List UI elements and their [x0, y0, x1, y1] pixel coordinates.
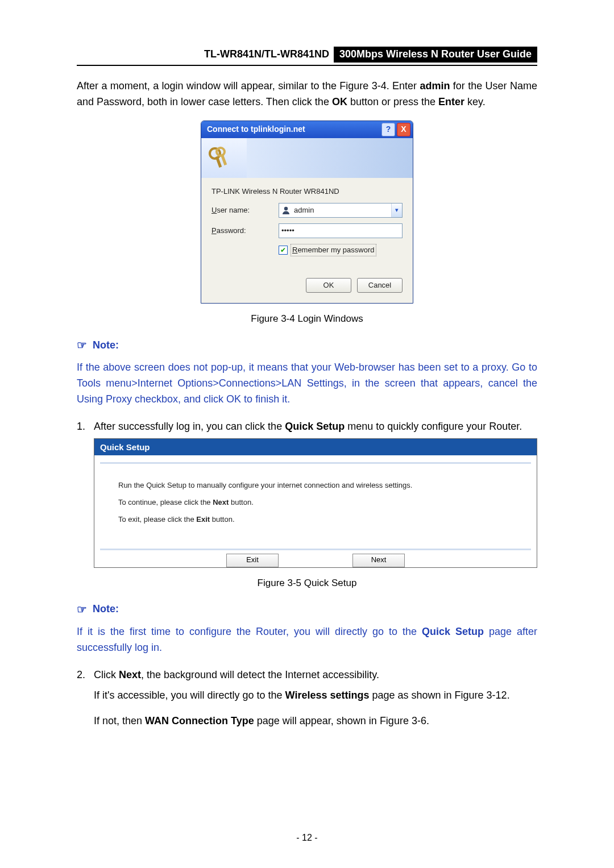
next-button[interactable]: Next: [352, 554, 405, 567]
svg-point-0: [210, 148, 220, 159]
text: Click: [94, 669, 119, 680]
help-icon: ?: [386, 123, 391, 136]
text-bold: Enter: [438, 96, 464, 107]
step-2: 2. Click Next, the background will detec…: [77, 667, 537, 683]
username-field[interactable]: admin ▾: [279, 203, 403, 218]
text-bold: Wireless settings: [285, 690, 370, 701]
text: To exit, please click the: [118, 515, 196, 524]
dropdown-button[interactable]: ▾: [391, 203, 402, 217]
text-bold: Quick Setup: [422, 626, 484, 637]
text-bold: WAN Connection Type: [145, 715, 254, 726]
button-label: Exit: [246, 554, 259, 566]
password-label: Password:: [211, 225, 279, 236]
doc-header: TL-WR841N/TL-WR841ND 300Mbps Wireless N …: [77, 45, 537, 66]
text-bold: OK: [332, 96, 347, 107]
exit-button[interactable]: Exit: [226, 554, 279, 567]
page-number: - 12 -: [0, 831, 614, 845]
keys-icon: [207, 146, 230, 170]
password-field[interactable]: •••••: [279, 223, 403, 238]
username-label: User name:: [211, 205, 279, 216]
text: If it's accessible, you will directly go…: [94, 690, 285, 701]
svg-rect-1: [215, 156, 222, 168]
password-value: •••••: [281, 225, 294, 236]
note-label: Note:: [93, 338, 119, 354]
text-bold: Next: [119, 669, 141, 680]
list-number: 1.: [77, 419, 94, 568]
text: page as shown in Figure 3-12.: [369, 690, 509, 701]
username-value: admin: [294, 205, 314, 216]
login-dialog: Connect to tplinklogin.net ? X TP-LINK W…: [201, 121, 413, 304]
dialog-banner: [201, 138, 413, 178]
intro-paragraph: After a moment, a login window will appe…: [77, 78, 537, 110]
dialog-titlebar: Connect to tplinklogin.net ? X: [201, 121, 413, 138]
list-number: 2.: [77, 667, 94, 683]
help-button[interactable]: ?: [381, 123, 395, 136]
step-2-p3: If not, then WAN Connection Type page wi…: [94, 713, 537, 729]
doc-title: 300Mbps Wireless N Router User Guide: [334, 47, 537, 63]
device-label: TP-LINK Wireless N Router WR841ND: [211, 186, 403, 197]
close-icon: X: [401, 123, 406, 136]
svg-rect-3: [221, 153, 227, 165]
text: page will appear, shown in Figure 3-6.: [254, 715, 429, 726]
text: If not, then: [94, 715, 145, 726]
text-bold: Exit: [196, 515, 210, 524]
text: , the background will detect the Interne…: [141, 669, 379, 680]
remember-label: Remember my password: [291, 244, 376, 256]
text-bold: Next: [213, 498, 229, 506]
banner-art: [247, 138, 413, 178]
ok-button[interactable]: OK: [306, 278, 351, 293]
svg-point-4: [284, 207, 288, 210]
text: menu to quickly configure your Router.: [345, 421, 522, 432]
qs-line1: Run the Quick Setup to manually configur…: [118, 480, 513, 491]
quick-setup-title: Quick Setup: [94, 439, 537, 455]
button-label: Cancel: [368, 280, 391, 291]
figure-3-4-caption: Figure 3-4 Login Windows: [77, 312, 537, 326]
remember-checkbox[interactable]: ✔: [279, 246, 288, 255]
step-1: 1. After successfully log in, you can cl…: [77, 419, 537, 568]
person-icon: [281, 206, 291, 215]
text: After successfully log in, you can click…: [94, 421, 285, 432]
button-label: Next: [371, 554, 387, 566]
dialog-title: Connect to tplinklogin.net: [207, 123, 305, 136]
qs-line3: To exit, please click the Exit button.: [118, 514, 513, 525]
text: key.: [464, 96, 486, 107]
text: button.: [229, 498, 253, 506]
pointing-hand-icon: ☞: [77, 601, 87, 618]
note-heading: ☞ Note:: [77, 601, 537, 618]
text: If it is the first time to configure the…: [77, 626, 422, 637]
qs-line2: To continue, please click the Next butto…: [118, 497, 513, 508]
text: To continue, please click the: [118, 498, 213, 506]
doc-model: TL-WR841N/TL-WR841ND: [204, 47, 329, 63]
divider: [100, 462, 531, 464]
cancel-button[interactable]: Cancel: [357, 278, 403, 293]
chevron-down-icon: ▾: [395, 205, 399, 215]
note-2-body: If it is the first time to configure the…: [77, 624, 537, 656]
text-bold: Quick Setup: [285, 421, 345, 432]
step-2-p2: If it's accessible, you will directly go…: [94, 688, 537, 704]
button-label: OK: [323, 280, 334, 291]
close-button[interactable]: X: [397, 123, 410, 136]
note-heading: ☞ Note:: [77, 337, 537, 354]
note-label: Note:: [93, 601, 119, 617]
text: button or press the: [347, 96, 438, 107]
figure-3-5-caption: Figure 3-5 Quick Setup: [77, 576, 537, 591]
quick-setup-screenshot: Quick Setup Run the Quick Setup to manua…: [94, 438, 537, 568]
note-1-body: If the above screen does not pop-up, it …: [77, 360, 537, 408]
text-bold: admin: [420, 80, 450, 92]
pointing-hand-icon: ☞: [77, 337, 87, 354]
text: button.: [210, 515, 234, 524]
check-icon: ✔: [280, 245, 286, 256]
text: After a moment, a login window will appe…: [77, 80, 420, 92]
